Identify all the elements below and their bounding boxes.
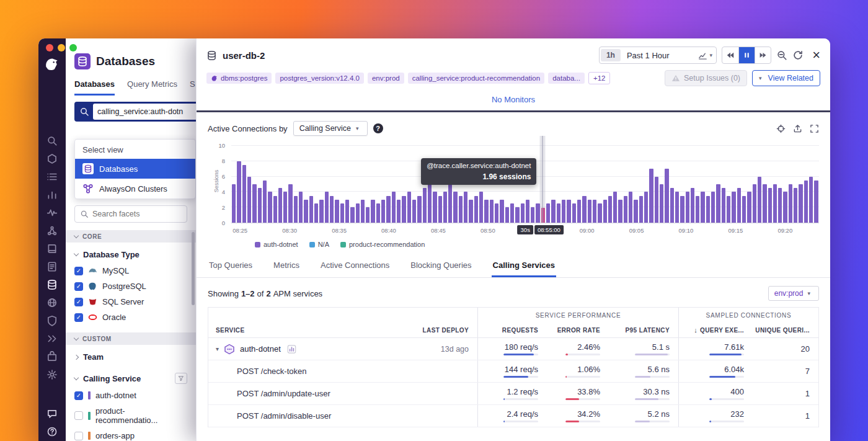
chart-bar[interactable] (546, 203, 550, 223)
chart-bar[interactable] (448, 184, 452, 223)
crosshair-icon[interactable] (776, 124, 786, 133)
chart-bar[interactable] (521, 203, 525, 223)
chart-bar[interactable] (345, 200, 349, 223)
column-header-unique-queri-[interactable]: UNIQUE QUERI... (753, 323, 818, 337)
chart-bar[interactable] (258, 188, 262, 223)
tag-pill[interactable]: postgres_version:v12.4.0 (275, 73, 364, 84)
chart-bar[interactable] (397, 200, 401, 223)
chart-bar[interactable] (634, 200, 637, 223)
chart-bar[interactable] (443, 192, 447, 223)
view-option-alwayson-clusters[interactable]: AlwaysOn Clusters (75, 179, 195, 198)
chart-bar[interactable] (479, 192, 483, 223)
chart-bar[interactable] (773, 184, 777, 223)
databases-icon[interactable] (46, 279, 58, 290)
table-row[interactable]: ▾auth-dotnet13d ago180 req/s2.46%5.1 s7.… (208, 338, 818, 360)
chart-bar[interactable] (423, 188, 427, 223)
env-filter-select[interactable]: env:prod ▾ (768, 286, 819, 301)
chart-bar[interactable] (783, 192, 787, 223)
chart-bar[interactable] (691, 188, 694, 223)
chart-bar[interactable] (655, 177, 658, 223)
chart-bar[interactable] (515, 207, 519, 223)
chart-bar[interactable] (294, 196, 298, 223)
chart-bar[interactable] (727, 196, 730, 223)
chart-bar[interactable] (500, 200, 503, 223)
chart-bar[interactable] (247, 177, 251, 223)
notebooks-icon[interactable] (46, 243, 58, 254)
chart-bar[interactable] (505, 207, 509, 223)
tab-query-metrics[interactable]: Query Metrics (127, 79, 177, 96)
checkbox[interactable]: ✓ (74, 282, 83, 291)
chart-bar[interactable] (799, 184, 802, 223)
chart-bar[interactable] (753, 184, 756, 223)
chart-bar[interactable] (778, 188, 782, 223)
tab-databases[interactable]: Databases (74, 79, 115, 96)
facet-group-database-type[interactable]: Database Type (66, 243, 196, 263)
ci-pipelines-icon[interactable] (46, 333, 58, 344)
apm-icon[interactable] (46, 225, 58, 236)
chart-bar[interactable] (732, 192, 735, 223)
chart-bar[interactable] (551, 200, 555, 223)
chart-bar[interactable] (356, 203, 360, 223)
chart-bar[interactable] (618, 200, 622, 223)
tab-blocking-queries[interactable]: Blocking Queries (409, 257, 472, 277)
search-input[interactable] (93, 104, 196, 120)
chart-bar[interactable] (376, 203, 380, 223)
facet-item-mysql[interactable]: ✓MySQL (66, 263, 196, 278)
forward-button[interactable] (755, 47, 771, 63)
chart-bar[interactable] (330, 196, 334, 223)
chart-bar[interactable] (438, 196, 442, 223)
chart-bar[interactable] (639, 196, 643, 223)
tab-metrics[interactable]: Metrics (272, 257, 301, 277)
table-row[interactable]: POST /admin/update-user1.2 req/s33.8%30.… (208, 383, 818, 405)
checkbox[interactable]: ✓ (74, 391, 83, 400)
chart-bar[interactable] (242, 165, 246, 223)
chart-bar[interactable] (309, 196, 313, 223)
infrastructure-icon[interactable] (46, 153, 58, 164)
chart-bar[interactable] (701, 192, 704, 223)
synthetics-icon[interactable] (46, 297, 58, 308)
chart-bar[interactable] (495, 203, 498, 223)
settings-icon[interactable] (46, 369, 58, 380)
chart-bar[interactable] (412, 200, 416, 223)
chart-bar[interactable] (629, 192, 632, 223)
export-icon[interactable] (793, 124, 802, 133)
chart-bar[interactable] (288, 184, 292, 223)
setup-issues-button[interactable]: Setup Issues (0) (665, 70, 747, 86)
database-search-bar[interactable] (74, 102, 196, 122)
chart-bar[interactable] (613, 192, 617, 223)
support-chat-icon[interactable] (46, 408, 58, 419)
checkbox[interactable]: ✓ (74, 267, 83, 275)
chart-bar[interactable] (577, 200, 581, 223)
chart-bar[interactable] (706, 196, 710, 223)
chart-bar[interactable] (232, 184, 236, 223)
metrics-icon[interactable] (46, 189, 58, 200)
chart-bar[interactable] (350, 207, 354, 223)
column-header-p95-latency[interactable]: P95 LATENCY (609, 323, 678, 337)
column-header-service[interactable]: SERVICE (208, 323, 406, 337)
facet-item-auth-dotnet[interactable]: ✓auth-dotnet (66, 388, 196, 403)
chart-bar[interactable] (572, 203, 576, 223)
chart-bar[interactable] (722, 188, 725, 223)
chart-bar[interactable] (747, 192, 751, 223)
tag-pill[interactable]: env:prod (368, 73, 404, 84)
chart-bar[interactable] (582, 196, 586, 223)
chart-bar[interactable] (557, 203, 560, 223)
chart-bar[interactable] (361, 200, 365, 223)
chart-bar[interactable] (608, 196, 612, 223)
chart-bar[interactable] (366, 207, 370, 223)
no-monitors-link[interactable]: No Monitors (197, 92, 830, 112)
chart-bar[interactable] (598, 203, 601, 223)
view-related-button[interactable]: ▾View Related (752, 70, 820, 86)
active-connections-chart[interactable]: @trace.caller.service:auth-dotnet 1.96 s… (231, 146, 819, 223)
chart-bar[interactable] (252, 184, 256, 223)
chart-bar[interactable] (510, 203, 514, 223)
chart-bar[interactable] (665, 169, 668, 223)
close-window-button[interactable] (46, 44, 53, 51)
tag-pill[interactable]: calling_service:product-recommendation (408, 73, 544, 84)
chart-bar[interactable] (459, 196, 463, 223)
checkbox[interactable] (74, 432, 83, 440)
close-panel-button[interactable]: × (812, 48, 820, 62)
checkbox[interactable]: ✓ (74, 298, 83, 306)
logs-icon[interactable] (46, 261, 58, 272)
chart-bar[interactable] (381, 200, 385, 223)
